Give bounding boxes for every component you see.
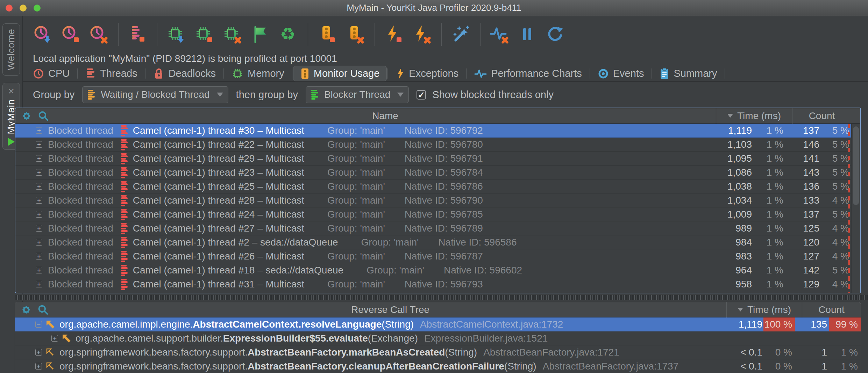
tab-memory[interactable]: Memory bbox=[225, 66, 291, 81]
table-row[interactable]: Blocked thread Camel (camel-1) thread #2… bbox=[15, 138, 851, 152]
group-by-dropdown[interactable]: Waiting / Blocked Thread bbox=[82, 86, 228, 103]
pause-icon[interactable] bbox=[518, 25, 536, 44]
thread-native-id: Native ID: 596787 bbox=[405, 251, 483, 262]
gear-icon[interactable] bbox=[21, 304, 32, 315]
gear-icon[interactable] bbox=[21, 110, 32, 122]
row-kind-label: Blocked thread bbox=[48, 251, 113, 262]
tree-row[interactable]: org.apache.camel.impl.engine.AbstractCam… bbox=[15, 317, 861, 331]
memory-profiling-stop-icon[interactable] bbox=[194, 25, 213, 44]
panel-splitter[interactable] bbox=[15, 294, 868, 301]
search-icon[interactable] bbox=[38, 110, 49, 122]
table-row[interactable]: Blocked thread Camel (camel-1) thread #2… bbox=[15, 221, 851, 235]
expand-icon[interactable] bbox=[36, 253, 42, 259]
expand-icon[interactable] bbox=[36, 127, 42, 134]
column-count[interactable]: Count bbox=[792, 108, 851, 124]
cpu-profiling-stop-icon[interactable] bbox=[61, 25, 80, 44]
method-signature: org.apache.camel.impl.engine.AbstractCam… bbox=[59, 319, 414, 330]
then-group-by-dropdown[interactable]: Blocker Thread bbox=[306, 86, 409, 103]
table-row[interactable]: Blocked thread Camel (camel-1) thread #2… bbox=[15, 249, 851, 263]
expand-icon[interactable] bbox=[35, 363, 42, 370]
tab-summary[interactable]: Summary bbox=[653, 66, 724, 81]
table-row[interactable]: Blocked thread Camel (camel-1) thread #3… bbox=[15, 277, 851, 291]
title-bar[interactable]: MyMain - YourKit Java Profiler 2020.9-b4… bbox=[0, 0, 868, 16]
tab-performance-charts[interactable]: Performance Charts bbox=[467, 66, 589, 81]
time-value: 1,103 bbox=[727, 139, 752, 150]
expand-icon[interactable] bbox=[36, 197, 42, 204]
collapse-icon[interactable] bbox=[35, 321, 42, 328]
tab-deadlocks[interactable]: Deadlocks bbox=[146, 66, 223, 81]
tree-row[interactable]: org.springframework.beans.factory.suppor… bbox=[15, 345, 861, 359]
close-button[interactable] bbox=[6, 5, 13, 12]
scrollbar-thumb[interactable] bbox=[853, 126, 859, 205]
tab-events[interactable]: Events bbox=[591, 66, 651, 81]
memory-profiling-clear-icon[interactable] bbox=[222, 25, 241, 44]
cpu-profiling-clear-icon[interactable] bbox=[89, 25, 108, 44]
table-row[interactable]: Blocked thread Camel (camel-1) thread #2… bbox=[15, 166, 851, 180]
expand-icon[interactable] bbox=[36, 281, 42, 287]
expand-icon[interactable] bbox=[36, 183, 42, 190]
exception-profiling-stop-icon[interactable] bbox=[384, 25, 403, 44]
monitor-profiling-clear-icon[interactable] bbox=[345, 25, 364, 44]
tree-row[interactable]: org.springframework.beans.factory.suppor… bbox=[15, 359, 861, 373]
exception-profiling-clear-icon[interactable] bbox=[412, 25, 431, 44]
sidebar-tab-welcome-label: Welcome bbox=[6, 29, 17, 70]
wand-icon[interactable] bbox=[451, 25, 470, 44]
expand-icon[interactable] bbox=[51, 335, 58, 342]
tab-label: Threads bbox=[100, 68, 137, 79]
time-percent: 1 % bbox=[767, 139, 783, 150]
time-percent: 1 % bbox=[767, 223, 783, 234]
tree-row[interactable]: org.apache.camel.support.builder.Express… bbox=[15, 331, 861, 345]
column-time[interactable]: Time (ms) bbox=[726, 302, 802, 317]
time-value: 984 bbox=[735, 237, 752, 248]
show-blocked-threads-checkbox[interactable]: ✓ bbox=[417, 90, 426, 100]
tab-threads[interactable]: Threads bbox=[78, 66, 144, 81]
tab-monitor-usage[interactable]: Monitor Usage bbox=[293, 66, 387, 81]
expand-icon[interactable] bbox=[36, 141, 42, 148]
close-icon[interactable]: × bbox=[8, 87, 14, 96]
tab-cpu[interactable]: CPU bbox=[26, 66, 77, 81]
expand-icon[interactable] bbox=[36, 211, 42, 218]
show-blocked-threads-label: Show blocked threads only bbox=[432, 89, 554, 101]
zoom-button[interactable] bbox=[34, 5, 41, 12]
time-percent: 1 % bbox=[767, 153, 783, 164]
table-row[interactable]: Blocked thread Camel (camel-1) thread #1… bbox=[15, 263, 851, 277]
memory-profiling-start-icon[interactable] bbox=[166, 25, 185, 44]
table-row[interactable]: Blocked thread Camel (camel-1) thread #3… bbox=[15, 124, 851, 138]
minimize-button[interactable] bbox=[20, 5, 27, 12]
method-signature: org.apache.camel.support.builder.Express… bbox=[76, 333, 418, 344]
time-value: < 0.1 bbox=[740, 347, 762, 358]
count-value: 125 bbox=[803, 223, 819, 234]
time-percent: 1 % bbox=[767, 167, 783, 178]
expand-icon[interactable] bbox=[36, 169, 42, 176]
column-time[interactable]: Time (ms) bbox=[716, 108, 792, 124]
expand-icon[interactable] bbox=[36, 225, 42, 232]
table-row[interactable]: Blocked thread Camel (camel-1) thread #2… bbox=[15, 207, 851, 221]
main-toolbar: ♻ bbox=[23, 16, 868, 52]
column-count[interactable]: Count bbox=[802, 302, 861, 317]
expand-icon[interactable] bbox=[36, 155, 42, 162]
thread-group: Group: 'main' bbox=[327, 223, 385, 234]
search-icon[interactable] bbox=[37, 304, 49, 315]
tab-exceptions[interactable]: Exceptions bbox=[389, 66, 465, 81]
sidebar-tab-welcome[interactable]: Welcome bbox=[2, 23, 20, 76]
telemetry-clear-icon[interactable] bbox=[490, 25, 508, 44]
expand-icon[interactable] bbox=[35, 349, 42, 356]
time-value: 1,119 bbox=[739, 319, 762, 330]
cpu-profiling-start-icon[interactable] bbox=[33, 25, 52, 44]
table-row[interactable]: Blocked thread Camel (camel-1) thread #2… bbox=[15, 235, 851, 249]
expand-icon[interactable] bbox=[36, 267, 42, 273]
vertical-scrollbar[interactable] bbox=[851, 124, 860, 293]
expand-icon[interactable] bbox=[36, 239, 42, 246]
table-row[interactable]: Blocked thread Camel (camel-1) thread #2… bbox=[15, 180, 851, 193]
refresh-icon[interactable] bbox=[546, 25, 564, 44]
thread-native-id: Native ID: 596786 bbox=[405, 181, 483, 192]
flag-icon[interactable] bbox=[250, 25, 269, 44]
thread-telemetry-stop-icon[interactable] bbox=[128, 25, 147, 44]
thread-group: Group: 'main' bbox=[327, 125, 385, 136]
column-name[interactable]: Name bbox=[55, 110, 716, 122]
status-text: Local application "MyMain" (PID 89212) i… bbox=[33, 53, 337, 64]
force-gc-icon[interactable]: ♻ bbox=[278, 25, 297, 44]
table-row[interactable]: Blocked thread Camel (camel-1) thread #2… bbox=[15, 152, 851, 166]
monitor-profiling-stop-icon[interactable] bbox=[317, 25, 336, 44]
table-row[interactable]: Blocked thread Camel (camel-1) thread #2… bbox=[15, 193, 851, 207]
